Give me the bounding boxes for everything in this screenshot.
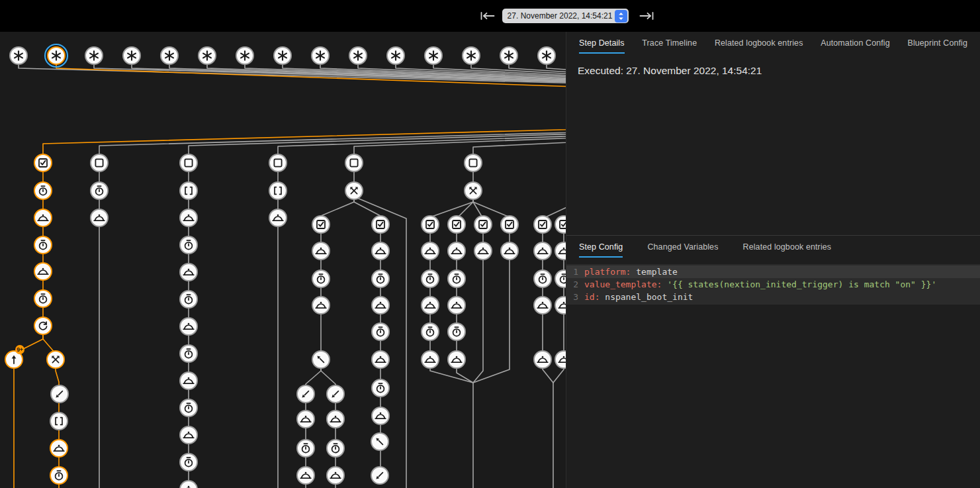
trace-node-trigger[interactable] <box>425 47 442 64</box>
trace-node-condition-checked[interactable] <box>34 154 52 171</box>
trace-node-choose[interactable] <box>47 351 64 368</box>
trace-timestamp-select[interactable]: 27. November 2022, 14:54:21 <box>502 9 629 23</box>
trace-node-service-call[interactable] <box>180 481 197 488</box>
trace-node-service-call[interactable] <box>448 351 465 368</box>
trace-node-service-call[interactable] <box>534 297 551 314</box>
trace-node-service-call[interactable] <box>297 467 314 484</box>
trace-node-branch-exit[interactable] <box>371 433 388 450</box>
trace-node-condition-checked[interactable] <box>555 216 566 233</box>
tab-blueprint-config[interactable]: Blueprint Config <box>907 32 967 54</box>
trace-node-delay[interactable] <box>180 345 197 362</box>
trace-node-choose[interactable] <box>465 182 482 199</box>
trace-node-trigger[interactable] <box>123 47 140 64</box>
tab-trace-timeline[interactable]: Trace Timeline <box>642 32 697 54</box>
trace-node-service-call[interactable] <box>34 263 52 280</box>
trace-node-condition-checked[interactable] <box>422 216 439 233</box>
trace-node-delay[interactable] <box>555 270 566 287</box>
trace-node-delay[interactable] <box>312 270 330 287</box>
trace-node-delay[interactable] <box>534 270 551 287</box>
yaml-editor[interactable]: 1platform: template2value_template: '{{ … <box>566 264 980 305</box>
trace-node-sequence[interactable] <box>50 413 67 430</box>
next-trace-button[interactable] <box>639 11 654 21</box>
trace-node-trigger[interactable] <box>387 47 404 64</box>
trace-node-sequence[interactable] <box>180 182 197 199</box>
trace-node-delay[interactable] <box>34 236 52 254</box>
trace-node-service-call[interactable] <box>327 411 344 428</box>
trace-node-delay[interactable] <box>327 440 344 457</box>
trace-node-trigger[interactable] <box>236 47 253 64</box>
trace-node-service-call[interactable] <box>34 209 52 226</box>
trace-node-service-call[interactable] <box>474 242 492 260</box>
trace-node-trigger[interactable] <box>274 47 291 64</box>
trace-node-trigger[interactable] <box>500 47 517 64</box>
trace-node-branch-entry[interactable] <box>51 385 68 403</box>
trace-node-delay[interactable] <box>34 182 52 199</box>
trace-node-service-call[interactable] <box>448 242 465 260</box>
trace-node-repeat[interactable] <box>34 317 52 334</box>
trace-node-delay[interactable] <box>372 270 389 287</box>
trace-node-service-call[interactable] <box>269 209 287 226</box>
trace-node-delay[interactable] <box>448 323 465 340</box>
trace-node-service-call[interactable] <box>372 407 389 424</box>
trace-node-condition[interactable] <box>180 154 197 171</box>
trace-node-service-call[interactable] <box>555 242 566 260</box>
tab-related-logbook-entries[interactable]: Related logbook entries <box>715 32 803 54</box>
trace-node-branch-entry[interactable] <box>371 467 388 484</box>
trace-node-return[interactable]: 9+ <box>5 345 24 368</box>
trace-node-trigger[interactable] <box>85 47 103 64</box>
trace-node-service-call[interactable] <box>372 242 389 260</box>
trace-node-delay[interactable] <box>448 270 465 287</box>
trace-node-sequence[interactable] <box>269 182 287 199</box>
trace-node-service-call[interactable] <box>372 351 389 368</box>
trace-node-delay[interactable] <box>372 323 389 340</box>
trace-node-condition-checked[interactable] <box>372 216 389 233</box>
trace-node-service-call[interactable] <box>297 411 314 428</box>
trace-node-delay[interactable] <box>180 236 197 254</box>
trace-node-trigger[interactable] <box>463 47 480 64</box>
trace-node-branch-entry[interactable] <box>297 385 314 403</box>
trace-node-service-call[interactable] <box>534 351 551 368</box>
trace-node-condition-checked[interactable] <box>501 216 518 233</box>
trace-node-condition[interactable] <box>465 154 482 171</box>
trace-node-service-call[interactable] <box>422 242 439 260</box>
trace-node-condition-checked[interactable] <box>448 216 465 233</box>
trace-node-branch-exit[interactable] <box>312 351 330 368</box>
tab-automation-config[interactable]: Automation Config <box>821 32 890 54</box>
trace-node-condition[interactable] <box>91 154 108 171</box>
trace-node-service-call[interactable] <box>555 351 566 368</box>
trace-node-service-call[interactable] <box>180 209 197 226</box>
trace-node-service-call[interactable] <box>448 297 465 314</box>
trace-node-delay[interactable] <box>180 399 197 416</box>
trace-node-service-call[interactable] <box>422 297 439 314</box>
tab-related-logbook-entries[interactable]: Related logbook entries <box>743 236 832 258</box>
trace-node-trigger[interactable] <box>349 47 367 64</box>
trace-node-delay[interactable] <box>422 323 439 340</box>
trace-node-condition[interactable] <box>269 154 287 171</box>
trace-node-trigger[interactable] <box>312 47 329 64</box>
trace-node-choose[interactable] <box>345 182 363 199</box>
trace-node-service-call[interactable] <box>180 426 197 444</box>
trace-node-delay[interactable] <box>297 440 314 457</box>
trace-node-delay[interactable] <box>50 467 67 484</box>
trace-node-service-call[interactable] <box>312 297 330 314</box>
previous-trace-button[interactable] <box>480 11 495 21</box>
trace-node-service-call[interactable] <box>312 242 330 260</box>
trace-node-service-call[interactable] <box>50 440 67 457</box>
trace-node-service-call[interactable] <box>180 318 197 335</box>
trace-node-service-call[interactable] <box>534 242 551 260</box>
trace-node-trigger[interactable] <box>199 47 216 64</box>
trace-node-condition-checked[interactable] <box>534 216 551 233</box>
trace-node-service-call[interactable] <box>372 297 389 314</box>
trace-node-delay[interactable] <box>180 454 197 471</box>
trace-node-trigger[interactable] <box>45 44 67 67</box>
trace-node-condition[interactable] <box>345 154 363 171</box>
trace-node-service-call[interactable] <box>327 467 344 484</box>
tab-step-config[interactable]: Step Config <box>579 236 623 258</box>
trace-node-service-call[interactable] <box>180 264 197 281</box>
trace-node-delay[interactable] <box>91 182 108 199</box>
trace-node-branch-entry[interactable] <box>327 385 344 403</box>
trace-node-condition-checked[interactable] <box>474 216 492 233</box>
trace-node-delay[interactable] <box>180 291 197 308</box>
trace-node-delay[interactable] <box>372 379 389 397</box>
trace-node-service-call[interactable] <box>555 297 566 314</box>
